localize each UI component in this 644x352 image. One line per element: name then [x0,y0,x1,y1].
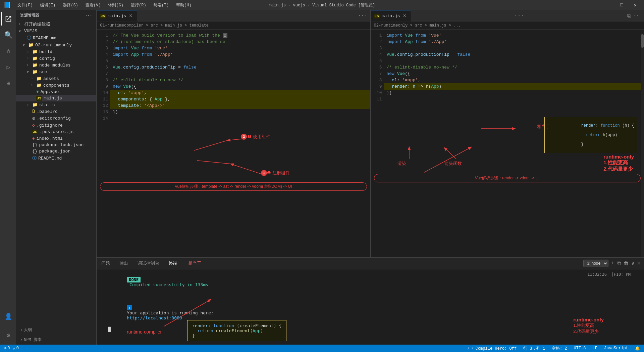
sidebar-item-components[interactable]: › 📁 components [16,82,96,89]
right-tab-main-js[interactable]: JS main.js × [371,10,411,21]
arrow-icon: ∨ [19,29,23,33]
split-editor-button[interactable]: ⧉ [627,13,631,19]
maximize-panel-button[interactable]: ∧ [632,260,635,267]
menu-edit[interactable]: 编辑(E) [39,2,57,9]
runtime-compiler-box: render: function (createElement) { retur… [187,320,286,341]
vuejs-label: VUEJS [24,29,37,34]
sidebar-item-babelrc[interactable]: › B .babelrc [16,108,96,115]
breadcrumb-text: 02-runtimeonly > src > main.js > ... [374,23,461,28]
minimize-button[interactable]: ─ [603,2,613,8]
sidebar-outline[interactable]: ›大纲 [16,325,96,335]
code-line: import Vue from 'vue' [384,32,644,39]
file-label: App.vue [41,89,59,94]
new-terminal-button[interactable]: + [611,260,614,266]
accounts-icon[interactable]: 👤 [1,310,15,323]
panel-tab-problems[interactable]: 问题 [97,258,115,269]
sidebar-title: 资源管理器 ··· [16,10,96,20]
folder-icon: 📁 [32,102,38,107]
sidebar-item-main-js[interactable]: › JS main.js [16,95,96,101]
more-options-button[interactable]: ··· [634,13,641,18]
sidebar-item-config[interactable]: › 📁 config [16,55,96,62]
menu-file[interactable]: 文件(F) [16,2,34,9]
sidebar-item-postcssrc[interactable]: › JS .postcssrc.js [16,129,96,135]
language-status[interactable]: JavaScript [603,346,630,351]
left-editor-body[interactable]: 12345 678910 11121314 // The Vue build v… [97,30,370,257]
spaces-status[interactable]: 空格: 2 [550,346,569,351]
sidebar-item-static[interactable]: › 📁 static [16,101,96,108]
menu-goto[interactable]: 转到(G) [107,2,125,9]
panel-tab-debug[interactable]: 调试控制台 [133,258,164,269]
config-icon: ⚙ [32,116,35,121]
tab-more-button[interactable]: ··· [355,10,370,21]
extensions-icon[interactable]: ⊞ [1,77,15,90]
settings-icon[interactable]: ⚙ [1,328,15,342]
arrow-icon: › [31,77,35,81]
status-errors[interactable]: ⊗ 0 △ 0 [3,346,20,351]
notification-button[interactable]: 🔔 [634,346,641,351]
folder-label: static [39,102,55,107]
tab-close-button[interactable]: × [402,13,407,19]
sidebar-item-vuejs[interactable]: ∨ VUEJS [16,28,96,34]
tab-close-button[interactable]: × [128,13,133,19]
panel-area: 问题 输出 调试控制台 终端 相当于 3: node [97,257,644,345]
done-badge: DONE [127,277,141,282]
panel-tab-terminal[interactable]: 终端 [164,258,182,269]
search-icon[interactable]: 🔍 [1,28,15,42]
debug-icon[interactable]: ▷ [1,60,15,74]
sidebar-item-app-vue[interactable]: › ▼ App.vue [16,89,96,95]
line-column-status[interactable]: 行 3，列 1 [522,346,546,351]
sidebar-npm[interactable]: ›NPM 脚本 [16,335,96,345]
split-terminal-button[interactable]: ⧉ [617,260,621,267]
encoding-status[interactable]: UTF-8 [573,346,587,351]
file-label: .gitignore [37,123,63,128]
sidebar-item-readme2[interactable]: › ⓘ README.md [16,155,96,162]
code-line: }) [384,90,644,96]
file-label: .editorconfig [37,116,70,121]
js-badge: JS [36,96,42,101]
sidebar-item-build[interactable]: › 📁 build [16,48,96,55]
code-content: import Vue from 'vue' import App from '.… [384,30,644,257]
panel-tab-output[interactable]: 输出 [115,258,133,269]
panel-tab-equiv[interactable]: 相当于 [182,258,206,269]
delete-terminal-button[interactable]: 🗑 [624,260,629,267]
sidebar-item-package-lock[interactable]: › {} package-lock.json [16,142,96,148]
sidebar-item-node-modules[interactable]: › 📁 node_modules [16,62,96,69]
sidebar-item-open-editors[interactable]: › 打开的编辑器 [16,20,96,28]
sidebar-item-editorconfig[interactable]: › ⚙ .editorconfig [16,115,96,122]
menu-select[interactable]: 选择(S) [61,2,79,9]
sidebar-item-package-json[interactable]: › {} package.json [16,148,96,155]
sidebar-item-02-runtimeonly[interactable]: ∨ 📁 02-runtimeonly [16,42,96,48]
activity-bar: 🔍 ⑃ ▷ ⊞ 👤 ⚙ [0,10,16,345]
source-control-icon[interactable]: ⑃ [1,44,15,58]
close-button[interactable]: ✕ [630,2,641,8]
line-ending-status[interactable]: LF [591,346,599,351]
menu-view[interactable]: 查看(V) [84,2,102,9]
code-line [384,45,644,51]
panel-tabs: 问题 输出 调试控制台 终端 相当于 3: node [97,258,644,269]
explorer-icon[interactable] [1,12,15,26]
sidebar-item-src[interactable]: ∨ 📁 src [16,69,96,75]
compile-hero-status[interactable]: ⚡ ⚡ Compile Hero: Off [466,346,518,351]
sidebar-item-index-html[interactable]: › ◈ index.html [16,135,96,142]
menu-run[interactable]: 运行(R) [129,2,148,9]
code-line: // The Vue build version to load with th… [110,32,370,39]
sidebar-item-assets[interactable]: › 📁 assets [16,75,96,82]
open-editors-label: 打开的编辑器 [24,21,50,27]
right-scrollbar[interactable] [641,34,644,257]
sidebar-item-readme[interactable]: ⓘ README.md [16,34,96,42]
terminal-select[interactable]: 3: node [583,260,608,267]
sidebar-item-gitignore[interactable]: › ◇ .gitignore [16,122,96,129]
menu-help[interactable]: 帮助(H) [175,2,193,9]
left-tab-main-js[interactable]: JS main.js × [97,10,137,21]
code-line: import Vue from 'vue' [110,45,370,51]
right-tab-more[interactable]: ··· [512,10,527,21]
sidebar-more-button[interactable]: ··· [85,13,92,17]
menu-terminal[interactable]: 终端(T) [152,2,170,9]
right-editor-body[interactable]: 12345 678910 11 import Vue from 'vue' im… [371,30,644,257]
code-line [110,71,370,77]
maximize-button[interactable]: □ [616,2,627,8]
sidebar: 资源管理器 ··· › 打开的编辑器 ∨ VUEJS ⓘ README.md ∨… [16,10,97,345]
close-panel-button[interactable]: ✕ [637,260,641,267]
panel-tab-label: 问题 [101,260,110,266]
line-numbers: 12345 678910 11 [371,30,384,105]
